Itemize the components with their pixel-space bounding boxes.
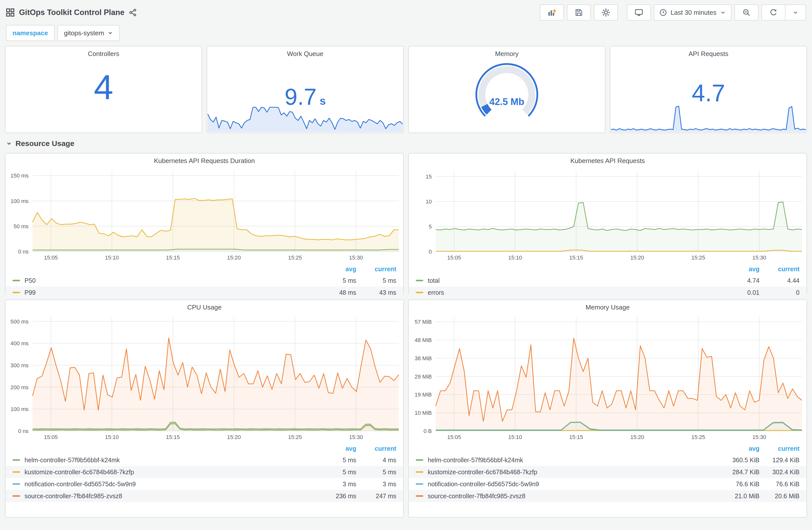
stat-number: 9.7 (285, 84, 317, 109)
add-panel-icon (548, 8, 556, 17)
legend-row[interactable]: helm-controller-57f9b56bbf-k24mk 5 ms 4 … (5, 454, 403, 466)
svg-text:15:25: 15:25 (288, 434, 302, 440)
variable-label-namespace: namespace (6, 25, 55, 41)
legend-row[interactable]: kustomize-controller-6c6784b468-7kzfp 28… (409, 466, 807, 478)
series-color-swatch (13, 292, 20, 293)
legend-row[interactable]: total 4.74 4.44 (409, 275, 807, 286)
section-resource-usage[interactable]: Resource Usage (6, 135, 806, 152)
grafana-dashboard: GitOps Toolkit Control Plane Last 30 min… (0, 0, 812, 517)
legend-col-current[interactable]: current (759, 445, 799, 452)
series-current: 5 ms (356, 469, 396, 476)
panel-title[interactable]: API Requests (610, 46, 807, 59)
svg-text:15: 15 (426, 174, 432, 180)
series-name: kustomize-controller-6c6784b468-7kzfp (428, 469, 720, 476)
series-current: 129.4 KiB (759, 456, 799, 464)
panel-title[interactable]: Kubernetes API Requests Duration (5, 153, 403, 166)
svg-text:15:05: 15:05 (447, 254, 461, 261)
legend-row[interactable]: source-controller-7fb84fc985-zvsz8 21.0 … (409, 490, 807, 502)
chevron-down-icon (6, 141, 12, 147)
legend-row[interactable]: P99 48 ms 43 ms (5, 286, 403, 298)
series-avg: 76.6 KiB (720, 481, 759, 488)
chevron-down-icon (720, 10, 726, 15)
legend-row[interactable]: notification-controller-6d56575dc-5w9n9 … (409, 478, 807, 490)
monitor-icon (635, 8, 643, 17)
time-series-chart[interactable]: 0 B10 MiB19 MiB29 MiB38 MiB48 MiB57 MiB1… (409, 313, 807, 442)
legend-col-avg[interactable]: avg (316, 265, 356, 273)
svg-text:15:10: 15:10 (105, 254, 119, 261)
dashboard-grid-icon (6, 8, 15, 17)
svg-text:29 MiB: 29 MiB (415, 373, 432, 380)
series-current: 20.6 MiB (759, 492, 799, 500)
series-name: notification-controller-6d56575dc-5w9n9 (25, 481, 316, 488)
series-avg: 4.74 (720, 277, 759, 284)
add-panel-button[interactable] (540, 4, 564, 20)
svg-text:300 ms: 300 ms (11, 362, 29, 368)
time-series-chart[interactable]: 05101515:0515:1015:1515:2015:2515:30 (409, 166, 807, 263)
series-color-swatch (416, 495, 423, 497)
legend-col-avg[interactable]: avg (720, 265, 759, 273)
refresh-icon (769, 9, 778, 16)
svg-text:100 ms: 100 ms (11, 198, 29, 204)
svg-text:19 MiB: 19 MiB (415, 392, 432, 398)
refresh-interval-dropdown[interactable] (785, 4, 806, 20)
legend-col-current[interactable]: current (356, 445, 396, 452)
panel-title[interactable]: Memory Usage (409, 300, 807, 313)
series-name: helm-controller-57f9b56bbf-k24mk (25, 456, 316, 464)
legend-row[interactable]: P50 5 ms 5 ms (5, 275, 403, 286)
legend-row[interactable]: notification-controller-6d56575dc-5w9n9 … (5, 478, 403, 490)
svg-text:15:10: 15:10 (105, 434, 119, 440)
legend-col-avg[interactable]: avg (316, 445, 356, 452)
series-name: P50 (25, 277, 316, 284)
legend-row[interactable]: kustomize-controller-6c6784b468-7kzfp 5 … (5, 466, 403, 478)
series-color-swatch (416, 471, 423, 473)
panel-title[interactable]: Controllers (5, 46, 202, 59)
legend-col-current[interactable]: current (356, 265, 396, 273)
variable-value-dropdown[interactable]: gitops-system (58, 25, 119, 41)
panel-title[interactable]: CPU Usage (5, 300, 403, 313)
cycle-view-mode-button[interactable] (627, 4, 651, 20)
save-dashboard-button[interactable] (567, 4, 591, 20)
series-name: kustomize-controller-6c6784b468-7kzfp (25, 469, 316, 476)
svg-text:0 ns: 0 ns (18, 249, 29, 255)
panel-title[interactable]: Work Queue (207, 46, 403, 59)
series-current: 302.4 KiB (759, 469, 799, 476)
time-series-chart[interactable]: 0 ns50 ms100 ms150 ms15:0515:1015:1515:2… (5, 166, 403, 263)
time-series-chart[interactable]: 0 ns100 ms200 ms300 ms400 ms500 ms15:051… (5, 313, 403, 442)
zoom-out-icon (742, 9, 751, 16)
chart-row-2: CPU Usage 0 ns100 ms200 ms300 ms400 ms50… (5, 299, 807, 517)
gauge-arc (463, 59, 551, 126)
svg-text:57 MiB: 57 MiB (415, 319, 432, 325)
dashboard-settings-button[interactable] (594, 4, 618, 20)
series-color-swatch (13, 483, 20, 485)
series-color-swatch (13, 280, 20, 281)
stat-unit: s (320, 95, 326, 107)
refresh-button[interactable] (762, 4, 785, 20)
svg-text:15:20: 15:20 (227, 434, 241, 440)
panel-title[interactable]: Kubernetes API Requests (409, 153, 807, 166)
chart-legend: avg current helm-controller-57f9b56bbf-k… (409, 442, 807, 502)
dashboard-toolbar: Last 30 minutes (540, 4, 806, 20)
series-color-swatch (13, 459, 20, 461)
legend-row[interactable]: helm-controller-57f9b56bbf-k24mk 360.5 K… (409, 454, 807, 466)
panel-controllers: Controllers 4 (5, 46, 202, 133)
svg-text:15:05: 15:05 (44, 434, 58, 440)
panel-title[interactable]: Memory (409, 46, 605, 59)
share-icon[interactable] (129, 9, 137, 16)
legend-row[interactable]: errors 0.01 0 (409, 286, 807, 298)
chart-legend: avg current helm-controller-57f9b56bbf-k… (5, 442, 403, 502)
gear-icon (601, 8, 610, 17)
legend-col-current[interactable]: current (759, 265, 799, 273)
zoom-out-button[interactable] (735, 4, 758, 20)
legend-col-avg[interactable]: avg (720, 445, 759, 452)
legend-row[interactable]: source-controller-7fb84fc985-zvsz8 236 m… (5, 490, 403, 502)
time-range-picker[interactable]: Last 30 minutes (654, 4, 731, 20)
series-avg: 48 ms (316, 289, 356, 296)
dashboard-variables: namespace gitops-system (6, 25, 806, 41)
svg-text:0 ns: 0 ns (18, 428, 29, 434)
series-name: source-controller-7fb84fc985-zvsz8 (25, 492, 316, 500)
svg-text:15:20: 15:20 (227, 254, 241, 261)
save-icon (575, 9, 583, 16)
svg-text:500 ms: 500 ms (11, 319, 29, 325)
series-avg: 5 ms (316, 277, 356, 284)
svg-text:15:15: 15:15 (569, 434, 583, 440)
